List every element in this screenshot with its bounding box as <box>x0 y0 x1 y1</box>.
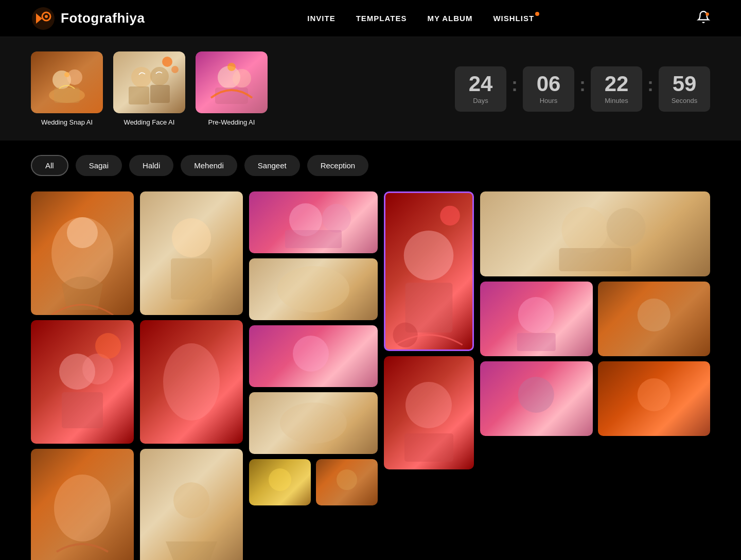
svg-point-7 <box>67 69 82 85</box>
pre-wedding-img <box>196 51 268 113</box>
bell-icon <box>697 10 710 24</box>
svg-point-9 <box>64 72 69 77</box>
gallery-item-17[interactable] <box>480 191 710 276</box>
svg-point-58 <box>404 231 454 281</box>
logo-text: Fotografhiya <box>61 10 145 26</box>
svg-point-38 <box>163 343 220 421</box>
svg-rect-64 <box>404 433 453 462</box>
countdown-sep-2: : <box>579 74 586 104</box>
svg-point-3 <box>705 12 709 15</box>
logo-icon <box>31 6 56 31</box>
gallery-item-18[interactable] <box>480 282 593 356</box>
hero-section: Wedding Snap AI <box>0 37 741 141</box>
svg-point-77 <box>637 378 670 411</box>
countdown-timer: 24 Days : 06 Hours : 22 Minutes : 59 Sec… <box>455 66 710 112</box>
svg-point-66 <box>562 207 608 253</box>
pre-wedding-label: Pre-Wedding AI <box>208 118 255 126</box>
gallery-col-1 <box>31 191 134 560</box>
countdown-minutes-label: Minutes <box>605 97 628 104</box>
filter-haldi[interactable]: Haldi <box>129 155 173 176</box>
gallery-row-5c <box>480 361 710 436</box>
svg-rect-46 <box>285 230 342 248</box>
nav-wishlist[interactable]: WISHLIST <box>493 14 534 23</box>
gallery-col-2 <box>140 191 243 560</box>
gallery-item-7[interactable] <box>140 449 243 560</box>
gallery-item-2[interactable] <box>31 320 134 444</box>
countdown-minutes: 22 Minutes <box>591 66 642 112</box>
countdown-hours: 06 Hours <box>523 66 574 112</box>
countdown-seconds-label: Seconds <box>672 97 698 104</box>
nav-invite[interactable]: INVITE <box>307 14 335 23</box>
filter-all[interactable]: All <box>31 155 68 176</box>
gallery-item-5[interactable] <box>140 191 243 315</box>
pre-wedding-card[interactable]: Pre-Wedding AI <box>196 51 268 126</box>
gallery-item-10[interactable] <box>249 258 378 320</box>
svg-point-50 <box>293 336 329 372</box>
wedding-snap-label: Wedding Snap AI <box>41 118 93 126</box>
filter-reception[interactable]: Reception <box>307 155 369 176</box>
gallery-col-5 <box>480 191 710 560</box>
countdown-sep-3: : <box>647 74 654 104</box>
svg-point-56 <box>337 469 357 490</box>
gallery-item-13[interactable] <box>249 459 311 505</box>
countdown-sep-1: : <box>511 74 518 104</box>
svg-point-75 <box>518 377 554 413</box>
notification-button[interactable] <box>697 10 710 27</box>
svg-point-24 <box>67 217 98 248</box>
svg-point-63 <box>405 382 452 428</box>
main-nav: INVITE TEMPLATES MY ALBUM WISHLIST <box>307 14 534 23</box>
gallery-item-12[interactable] <box>249 392 378 454</box>
svg-point-21 <box>227 63 236 71</box>
svg-point-31 <box>54 475 111 541</box>
filter-sangeet[interactable]: Sangeet <box>244 155 300 176</box>
svg-point-67 <box>607 208 646 247</box>
wedding-face-label: Wedding Face AI <box>124 118 175 126</box>
gallery-row-5b <box>480 282 710 356</box>
countdown-days: 24 Days <box>455 66 506 112</box>
svg-point-54 <box>269 468 291 491</box>
ai-cards: Wedding Snap AI <box>31 51 268 126</box>
svg-rect-13 <box>129 86 149 104</box>
svg-rect-68 <box>559 248 631 271</box>
gallery-item-6[interactable] <box>140 320 243 444</box>
filter-mehendi[interactable]: Mehendi <box>181 155 237 176</box>
svg-point-40 <box>173 482 209 518</box>
svg-rect-8 <box>54 87 80 103</box>
svg-point-16 <box>171 66 179 73</box>
svg-rect-36 <box>171 258 212 300</box>
gallery-item-21[interactable] <box>598 361 711 436</box>
gallery-col-4 <box>384 191 474 560</box>
svg-point-48 <box>277 266 349 312</box>
gallery-item-15[interactable] <box>384 191 474 351</box>
countdown-hours-value: 06 <box>537 73 561 95</box>
gallery-item-9[interactable] <box>249 191 378 253</box>
svg-point-35 <box>172 218 211 257</box>
gallery-grid <box>0 181 741 560</box>
gallery-row-split <box>249 459 378 505</box>
filter-sagai[interactable]: Sagai <box>76 155 122 176</box>
countdown-days-value: 24 <box>469 73 493 95</box>
wedding-snap-card[interactable]: Wedding Snap AI <box>31 51 103 126</box>
nav-templates[interactable]: TEMPLATES <box>356 14 407 23</box>
gallery-item-16[interactable] <box>384 356 474 469</box>
svg-point-12 <box>150 67 169 85</box>
gallery-col-3 <box>249 191 378 560</box>
gallery-item-19[interactable] <box>598 282 711 356</box>
svg-point-45 <box>322 204 351 233</box>
gallery-item-20[interactable] <box>480 361 593 436</box>
gallery-item-14[interactable] <box>316 459 378 505</box>
wedding-face-img <box>113 51 185 113</box>
nav-my-album[interactable]: MY ALBUM <box>427 14 472 23</box>
gallery-item-3[interactable] <box>31 449 134 560</box>
countdown-seconds: 59 Seconds <box>659 66 710 112</box>
svg-point-73 <box>637 299 670 331</box>
countdown-days-label: Days <box>473 97 488 104</box>
wedding-snap-img <box>31 51 103 113</box>
gallery-item-11[interactable] <box>249 325 378 387</box>
svg-point-52 <box>280 402 347 444</box>
logo[interactable]: Fotografhiya <box>31 6 145 31</box>
gallery-item-1[interactable] <box>31 191 134 315</box>
svg-point-15 <box>162 57 172 67</box>
wedding-face-card[interactable]: Wedding Face AI <box>113 51 185 126</box>
svg-point-2 <box>45 15 48 18</box>
